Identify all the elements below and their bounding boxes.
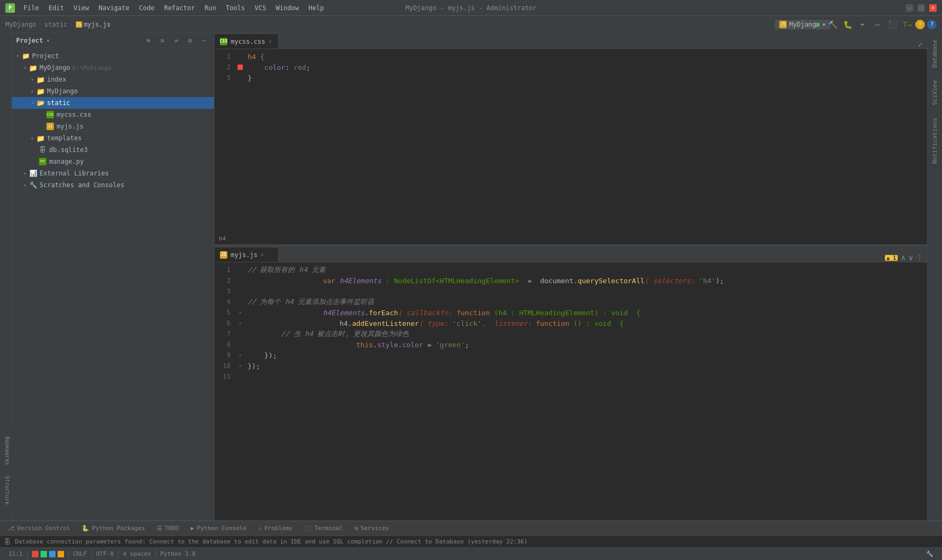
index-arrow-icon: ▸ [29,76,36,83]
version-control-tab[interactable]: ⎇ Version Control [2,522,75,535]
menu-item-vcs[interactable]: VCS [250,3,271,13]
build-button[interactable]: 🔨 [827,19,838,30]
terminal-tab[interactable]: ⬛ Terminal [299,522,348,535]
tree-item-static[interactable]: ▾ 📂 static [12,97,214,109]
top-code-editor[interactable]: 1 h4 { 2 color: red; [215,49,927,233]
breadcrumb-sep2: › [69,21,73,28]
info-icon: 🗄 [4,538,11,546]
tree-item-mydjango[interactable]: ▾ 📁 MyDjango D:\MyDjango [12,62,214,74]
stop-button[interactable]: ⬛ [886,19,898,30]
editor-menu-button[interactable]: ⋮ [916,254,923,261]
tab-mycss-label: mycss.css [231,38,265,45]
menu-item-run[interactable]: Run [200,3,220,13]
notifications-button[interactable]: ! [915,20,925,29]
title-bar-right: — □ × [906,4,937,12]
tab-mycss[interactable]: CSS mycss.css × [215,34,279,49]
tree-item-mydjango-sub[interactable]: ▸ 📁 MyDjango [12,85,214,97]
tree-item-myjs[interactable]: JS myjs.js [12,121,214,132]
js-line-num-10: 10 [215,362,236,370]
scroll-up-button[interactable]: ∧ [901,253,905,262]
tree-item-templates[interactable]: ▸ 📁 templates [12,132,214,144]
tab-mycss-close[interactable]: × [268,38,272,44]
css-code-2: color: red; [244,63,927,71]
breadcrumb-static: static [44,21,67,28]
coverage-button[interactable]: ☂ [857,19,868,30]
indent-indicator[interactable]: 4 spaces [118,548,155,560]
color-green [41,551,47,557]
sidebar-settings-button[interactable]: ⚙ [184,35,196,46]
menu-item-edit[interactable]: Edit [44,3,68,13]
todo-tab[interactable]: ☰ TODO [152,522,185,535]
fold-icon-9[interactable]: ▾ [239,353,241,358]
tree-item-manage[interactable]: PY manage.py [12,156,214,167]
version-control-icon: ⎇ [7,525,14,532]
terminal-label: Terminal [314,525,343,532]
bottom-code-editor[interactable]: 1 // 获取所有的 h4 元素 2 var h4Elements : Node… [215,262,927,521]
breakpoint-icon[interactable] [238,65,243,70]
gutter-3 [236,74,244,82]
tab-myjs[interactable]: JS myjs.js × [215,247,279,262]
wrench-icon-button[interactable]: 🔧 [922,548,938,560]
notifications-tab[interactable]: Notifications [928,111,941,170]
css-line-1: 1 h4 { [215,51,927,62]
color-squares [28,548,68,560]
python-console-tab[interactable]: ▶ Python Console [185,522,251,535]
bottom-code-content: 1 // 获取所有的 h4 元素 2 var h4Elements : Node… [215,262,927,521]
locate-file-button[interactable]: ⊕ [143,35,154,46]
js-gutter-5: ▾ [236,308,244,317]
language-indicator[interactable]: Python 3.8 [156,548,200,560]
tree-item-mycss[interactable]: CSS mycss.css [12,109,214,121]
collapse-all-button[interactable]: ≡ [156,35,168,46]
problems-tab[interactable]: ⚠ Problems [253,522,298,535]
run-config-dropdown[interactable]: JS MyDjango ▾ [797,19,809,30]
sidebar-close-button[interactable]: – [198,35,210,46]
fold-icon-5[interactable]: ▾ [239,310,241,315]
encoding-indicator[interactable]: UTF-8 [92,548,118,560]
js-gutter-6: ▾ [236,319,244,327]
fold-icon-10[interactable]: ▾ [239,363,241,369]
menu-item-tools[interactable]: Tools [221,3,249,13]
position-indicator[interactable]: 11:1 [4,548,27,560]
menu-item-refactor[interactable]: Refactor [160,3,199,13]
menu-item-help[interactable]: Help [304,3,328,13]
menu-item-code[interactable]: Code [135,3,159,13]
tab-myjs-close[interactable]: × [261,252,264,258]
js-gutter-9: ▾ [236,351,244,359]
js-gutter-10: ▾ [236,362,244,370]
tree-item-index[interactable]: ▸ 📁 index [12,74,214,85]
tree-item-scratches[interactable]: ▸ 🔧 Scratches and Consoles [12,179,214,191]
gutter-1 [236,52,244,61]
more-run-button[interactable]: ⋯ [872,19,883,30]
db-file-icon: 🗄 [38,146,47,154]
tree-item-label-templates: templates [47,134,82,142]
minimize-button[interactable]: — [906,4,913,12]
translate-button[interactable]: T→ [901,19,913,30]
js-gutter-11 [236,372,244,381]
tree-item-db[interactable]: 🗄 db.sqlite3 [12,144,214,156]
python-packages-tab[interactable]: 🐍 Python Packages [76,522,150,535]
menu-item-view[interactable]: View [69,3,93,13]
expand-all-button[interactable]: ⇌ [170,35,182,46]
line-ending-indicator[interactable]: CRLF [69,548,92,560]
help-button[interactable]: ? [927,20,937,29]
menu-item-file[interactable]: File [19,3,43,13]
run-button[interactable]: ▶ [812,19,824,30]
scroll-down-button[interactable]: ∨ [909,253,913,262]
tree-item-external-libs[interactable]: ▸ 📊 External Libraries [12,167,214,179]
project-tree: ▾ 📁 Project ▾ 📁 MyDjango D:\MyDjango ▸ 📁… [12,48,214,521]
database-tab[interactable]: Database [928,33,941,74]
js-line-2: 2 var h4Elements : NodeListOf<HTMLHeadin… [215,275,927,286]
close-button[interactable]: × [929,4,937,12]
fold-icon-6[interactable]: ▾ [239,321,241,326]
mydjango-path: D:\MyDjango [73,65,112,71]
project-dropdown-arrow[interactable]: ▾ [46,37,50,44]
menu-item-window[interactable]: Window [272,3,303,13]
sciview-tab[interactable]: SciView [928,74,941,111]
services-tab[interactable]: ⚙ Services [349,522,394,535]
left-spacer [0,33,11,431]
menu-item-navigate[interactable]: Navigate [94,3,134,13]
debug-button[interactable]: 🐛 [842,19,853,30]
tree-item-project[interactable]: ▾ 📁 Project [12,50,214,62]
breadcrumb-file: JS myjs.js [76,20,111,29]
maximize-button[interactable]: □ [917,4,925,12]
